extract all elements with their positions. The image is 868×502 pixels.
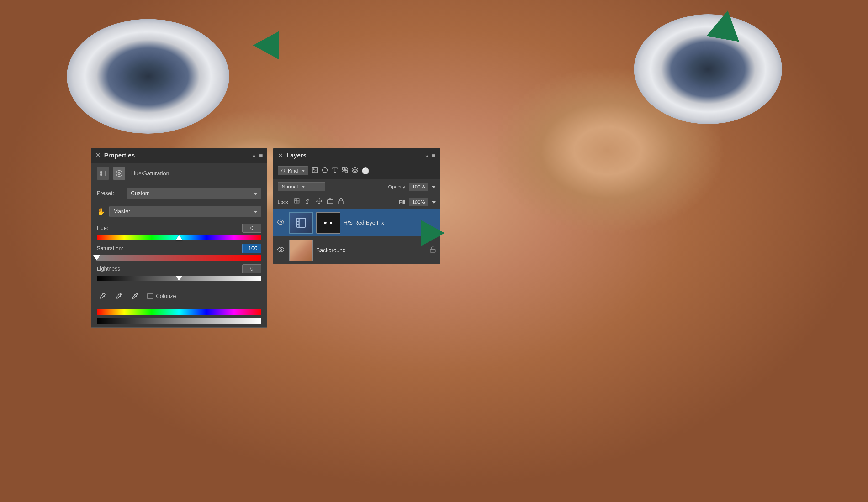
svg-rect-22: [297, 201, 299, 203]
layer-item-hs-red-eye-fix[interactable]: H/S Red Eye Fix: [273, 209, 440, 237]
layer-thumb-adjustment: [289, 212, 313, 233]
eyedropper-1-button[interactable]: [97, 290, 108, 302]
adjustment-hue-icon[interactable]: [113, 167, 125, 180]
eye-dot-2: [330, 222, 332, 224]
opacity-chevron-icon[interactable]: [431, 184, 436, 190]
adjustment-type-label: Hue/Saturation: [131, 170, 169, 177]
lightness-thumb[interactable]: [176, 275, 183, 281]
filter-image-icon[interactable]: [311, 167, 318, 175]
svg-line-7: [132, 298, 133, 299]
lock-label: Lock:: [278, 199, 290, 205]
lock-icons: [294, 198, 344, 206]
blend-chevron-icon: [301, 186, 305, 188]
layers-collapse-icon[interactable]: «: [425, 153, 428, 159]
colorize-checkbox[interactable]: [147, 293, 153, 299]
kind-filter-label: Kind: [288, 168, 298, 174]
layer-filter-icons: ⚪: [311, 167, 369, 175]
search-icon: [281, 168, 286, 174]
layers-panel: ✕ Layers « ≡ Kind: [273, 148, 440, 264]
properties-collapse-icon[interactable]: «: [252, 153, 256, 159]
layers-filter-bar: Kind: [273, 163, 440, 179]
layer-item-background[interactable]: Background: [273, 237, 440, 264]
lightness-slider-row: Lightness: 0: [97, 264, 261, 281]
opacity-value[interactable]: 100%: [409, 183, 428, 191]
layers-title: Layers: [287, 152, 307, 159]
colorize-row: Colorize: [147, 293, 176, 300]
preset-select[interactable]: Custom: [127, 188, 261, 199]
svg-line-9: [284, 172, 286, 173]
mask-eye-dots: [324, 222, 332, 224]
svg-rect-17: [345, 167, 347, 170]
filter-toggle-circle[interactable]: ⚪: [362, 167, 369, 175]
saturation-slider-row: Saturation: -100: [97, 244, 261, 261]
saturation-thumb[interactable]: [93, 255, 100, 261]
svg-rect-20: [297, 199, 299, 201]
fill-chevron-icon[interactable]: [431, 199, 436, 205]
svg-point-11: [313, 169, 314, 170]
layer-thumb-background: [289, 240, 313, 261]
layer-visibility-hs[interactable]: [277, 219, 286, 227]
layer-thumb-mask: [316, 212, 340, 233]
properties-close-button[interactable]: ✕: [95, 151, 101, 159]
layers-menu-icon[interactable]: ≡: [432, 152, 436, 159]
saturation-value[interactable]: -100: [242, 244, 261, 253]
color-bar-rainbow: [97, 309, 261, 315]
hand-tool-icon[interactable]: ✋: [97, 207, 105, 216]
svg-point-25: [280, 221, 282, 223]
eyedropper-3-button[interactable]: [129, 290, 141, 302]
lightness-value[interactable]: 0: [242, 264, 261, 273]
filter-smart-icon[interactable]: [352, 167, 358, 175]
svg-point-6: [120, 293, 121, 295]
properties-titlebar: ✕ Properties « ≡: [91, 148, 267, 163]
filter-shape-icon[interactable]: [342, 167, 348, 175]
svg-rect-23: [328, 200, 333, 203]
svg-rect-24: [339, 201, 344, 204]
lock-move-icon[interactable]: [316, 198, 322, 206]
opacity-label: Opacity:: [388, 184, 406, 190]
blend-mode-bar: Normal Opacity: 100%: [273, 179, 440, 195]
properties-panel: ✕ Properties « ≡: [91, 148, 267, 327]
hue-header: Hue: 0: [97, 224, 261, 233]
tools-row: Colorize: [91, 288, 267, 306]
lightness-header: Lightness: 0: [97, 264, 261, 273]
layers-close-button[interactable]: ✕: [278, 151, 283, 159]
left-eye: [67, 19, 229, 134]
fill-value[interactable]: 100%: [409, 198, 428, 206]
eye-dot-1: [324, 222, 327, 224]
lightness-label: Lightness:: [97, 265, 122, 272]
layers-titlebar-left: ✕ Layers: [278, 151, 307, 159]
hue-thumb[interactable]: [176, 235, 183, 240]
eyedropper-2-button[interactable]: [113, 290, 124, 302]
svg-rect-21: [295, 201, 297, 203]
svg-point-8: [282, 169, 285, 172]
kind-filter-select[interactable]: Kind: [278, 166, 308, 175]
properties-menu-icon[interactable]: ≡: [259, 152, 263, 159]
lock-transparency-icon[interactable]: [294, 198, 301, 206]
channel-value: Master: [113, 208, 130, 215]
svg-rect-16: [345, 170, 347, 172]
filter-adjustment-icon[interactable]: [322, 167, 328, 175]
svg-point-5: [118, 172, 120, 175]
master-row: ✋ Master: [91, 203, 267, 220]
fill-label: Fill:: [399, 199, 406, 205]
layers-titlebar: ✕ Layers « ≡: [273, 148, 440, 163]
svg-rect-0: [100, 171, 105, 176]
hue-value[interactable]: 0: [242, 224, 261, 233]
saturation-track[interactable]: [97, 255, 261, 261]
hue-track[interactable]: [97, 235, 261, 240]
layer-visibility-bg[interactable]: [277, 246, 286, 255]
lock-artboard-icon[interactable]: [327, 198, 333, 206]
channel-select[interactable]: Master: [109, 206, 261, 217]
saturation-header: Saturation: -100: [97, 244, 261, 253]
saturation-annotation-arrow: [253, 31, 279, 60]
preset-row: Preset: Custom: [91, 184, 267, 203]
filter-type-icon[interactable]: [332, 167, 338, 175]
lock-all-icon[interactable]: [338, 198, 344, 206]
kind-chevron-icon: [301, 170, 305, 172]
blend-mode-select[interactable]: Normal: [278, 182, 326, 191]
preset-label: Preset:: [97, 190, 123, 197]
opacity-row: Opacity: 100%: [388, 183, 436, 191]
lock-paint-icon[interactable]: [305, 198, 311, 206]
adjustment-mask-icon[interactable]: [97, 167, 109, 180]
lightness-track[interactable]: [97, 275, 261, 281]
